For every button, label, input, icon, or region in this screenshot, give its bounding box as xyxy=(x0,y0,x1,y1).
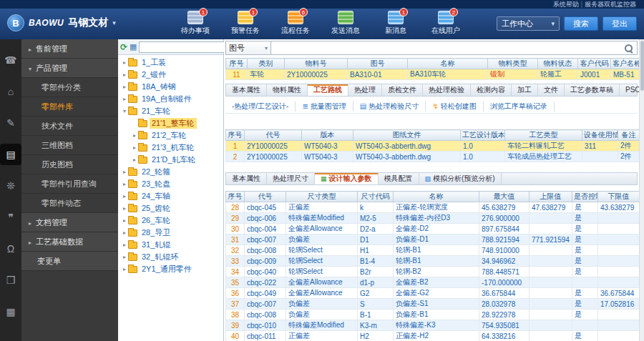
parameter-tab[interactable]: 基本属性 xyxy=(226,173,267,184)
column-header[interactable]: 版本 xyxy=(302,130,353,141)
sidebar-item[interactable]: 变更单 xyxy=(21,252,118,271)
column-header[interactable]: 备注 xyxy=(618,130,640,141)
toolbar-link[interactable]: ≣批量图管理 xyxy=(296,102,353,112)
table-row[interactable]: 36cbqc-049全偏差AllowanceG2全偏差-G236.675844是… xyxy=(226,288,640,299)
search-icon[interactable] xyxy=(625,44,633,53)
tree-node[interactable]: ▸32_轧辊环 xyxy=(118,251,223,263)
table-row[interactable]: 22Y10000025WT5040-3WT5040-3-abberth.dwg1… xyxy=(226,152,640,162)
workcenter-select[interactable]: 工作中心 ▾ xyxy=(497,16,560,31)
detail-tab[interactable]: 热处理 xyxy=(348,84,382,96)
toolbar-link[interactable]: -热处理/工艺设计- xyxy=(225,102,296,112)
tree-node[interactable]: ▸26_车轮 xyxy=(118,214,223,227)
table-row[interactable]: 35cbqc-022全偏差Allowanced1-p全偏差-B2-170.000… xyxy=(226,277,640,288)
tree-node[interactable]: ▸19A_自制锻件 xyxy=(118,93,223,105)
home-icon[interactable]: ⌂ xyxy=(0,81,21,102)
database-icon[interactable]: ▤ xyxy=(0,144,21,165)
tree-node[interactable]: ▸2Y1_通用零件 xyxy=(118,263,223,275)
header-tool[interactable]: 2在线用户 xyxy=(428,11,464,36)
column-header[interactable]: 上限值 xyxy=(530,192,572,202)
column-header[interactable]: 下限值 xyxy=(598,192,640,202)
tree-node[interactable]: ▸25_齿轮 xyxy=(118,202,223,214)
detail-tab[interactable]: 基本属性 xyxy=(226,84,267,96)
column-header[interactable]: 序号 xyxy=(226,192,245,202)
vertical-scrollbar[interactable] xyxy=(639,39,644,341)
refresh-icon[interactable]: ⟳ xyxy=(120,42,127,52)
search-button[interactable]: 搜索 xyxy=(564,16,598,31)
table-row[interactable]: 28cbqc-045正偏差k正偏差-轮辋宽度45.63827947.638279… xyxy=(226,202,640,213)
column-header[interactable]: 名称 xyxy=(408,59,488,69)
detail-tab[interactable]: 检测内容 xyxy=(471,84,512,96)
sidebar-item[interactable]: 历史图档 xyxy=(21,155,118,174)
detail-tab[interactable]: 热处理检验 xyxy=(423,84,471,96)
detail-tab[interactable]: 加工 xyxy=(512,84,538,96)
header-tool[interactable]: 1预警任务 xyxy=(228,11,263,36)
logout-button[interactable]: 登出 xyxy=(602,16,637,31)
header-tool[interactable]: 1新消息 xyxy=(378,11,414,36)
topbar-link[interactable]: 服务器双机监控器 xyxy=(585,1,636,8)
tree-search-input[interactable] xyxy=(141,43,235,51)
search-field-select[interactable]: 图号 ▾ xyxy=(225,41,271,55)
tree-node[interactable]: ▸18A_铸钢 xyxy=(118,81,223,93)
table-row[interactable]: 33cbqc-009轮辋SelectB1-4轮辋-B134.946962是 xyxy=(226,256,640,267)
table-row[interactable]: 29cbqc-006特殊偏差ModifiedM2-5特殊偏差-内径D3276.9… xyxy=(226,213,640,224)
table-row[interactable]: 30cbqc-004全偏差AllowanceD2-a全偏差-D2897.6758… xyxy=(226,224,640,234)
topbar-link[interactable]: 系统帮助 xyxy=(553,1,579,8)
scrollbar-thumb[interactable] xyxy=(640,41,644,91)
column-header[interactable]: 尺寸代码 xyxy=(358,192,394,202)
collapse-all-icon[interactable]: ▦ xyxy=(130,42,137,51)
header-tool[interactable]: 1待办事项 xyxy=(177,11,213,36)
column-header[interactable]: 物料号 xyxy=(285,59,348,69)
sidebar-item[interactable]: ▸售前管理 xyxy=(21,39,118,59)
parameter-tab[interactable]: ▦设计输入参数 xyxy=(315,173,379,184)
column-header[interactable]: 代号 xyxy=(245,130,302,141)
table-row[interactable]: 38cbqc-008负偏差B-1负偏差-B128.922978是 xyxy=(226,310,640,320)
column-header[interactable]: 工艺类型 xyxy=(505,130,582,141)
table-row[interactable]: 12Y10000025WT5040-3WT5040-3-abberth.dwg1… xyxy=(226,141,640,152)
column-header[interactable]: 序号 xyxy=(226,59,248,69)
column-header[interactable]: 客户代码 xyxy=(578,59,611,69)
tree-node[interactable]: ▸28_导卫 xyxy=(118,227,223,239)
main-search-input[interactable] xyxy=(271,41,637,54)
edit-icon[interactable]: ✎ xyxy=(0,112,21,134)
tree-node[interactable]: ▸21'D_轧车轮 xyxy=(118,154,223,166)
tree-node[interactable]: ▸22_轮箍 xyxy=(118,166,223,178)
column-header[interactable]: 序号 xyxy=(226,130,245,141)
table-row[interactable]: 31cbqc-007负偏差D1负偏差-D1788.921594771.92159… xyxy=(226,234,640,245)
column-header[interactable]: 图纸文件 xyxy=(353,130,461,141)
chat-icon[interactable]: ❞ xyxy=(0,207,21,228)
table-row[interactable]: 40cbqc-011正偏差H2正偏差-H264.338216是 xyxy=(226,331,640,341)
tree-node[interactable]: ▸31_轧辊 xyxy=(118,239,223,251)
header-tool[interactable]: 6流程任务 xyxy=(278,11,313,36)
column-header[interactable]: 类别 xyxy=(248,59,285,69)
table-row[interactable]: 11车轮2Y10000025BA310-01BA310车轮锻制轮箍工J0001M… xyxy=(226,69,640,80)
toolbar-link[interactable]: 浏览工序草稿记录 xyxy=(484,102,555,112)
tree-node[interactable]: ▸1_工装 xyxy=(118,56,223,69)
book-icon[interactable]: ❒ xyxy=(0,270,21,291)
sidebar-item[interactable]: 零部件引用查询 xyxy=(21,174,118,194)
tree-node[interactable]: ▸24_车轴 xyxy=(118,190,223,202)
sidebar-item[interactable]: 零部件动态 xyxy=(21,194,118,213)
detail-tab[interactable]: 质检文件 xyxy=(382,84,423,96)
tree-node[interactable]: ▾21_车轮 xyxy=(118,105,223,117)
sidebar-item[interactable]: 零部件分类 xyxy=(21,78,118,97)
column-header[interactable]: 是否控制 xyxy=(572,192,598,202)
column-header[interactable]: 代号 xyxy=(245,192,286,202)
column-header[interactable]: 设备使用情况 xyxy=(582,130,618,141)
header-tool[interactable]: 发送消息 xyxy=(328,11,364,36)
table-row[interactable]: 34cbqc-040轮辋SelectB2r轮辋-B2788.448571是 xyxy=(226,267,640,277)
parameter-tab[interactable]: 热处理尺寸 xyxy=(267,173,315,184)
detail-tab[interactable]: 物料属性 xyxy=(267,84,308,96)
tree-node[interactable]: ▸21'2_车轮 xyxy=(118,129,223,142)
column-header[interactable]: 尺寸类型 xyxy=(286,192,358,202)
table-row[interactable]: 32cbqc-008轮辋SelectH1轮辋-B1748.910000是 xyxy=(226,245,640,256)
table-row[interactable]: 37cbqc-007负偏差S负偏差-S128.032978是17.052816 xyxy=(226,299,640,310)
column-header[interactable]: 最大值 xyxy=(479,192,530,202)
detail-tab[interactable]: 工艺路线 xyxy=(308,84,348,96)
column-header[interactable]: 物料类型 xyxy=(488,59,538,69)
column-header[interactable]: 客户名称 xyxy=(611,59,640,69)
tree-node[interactable]: ▸21'3_机车轮 xyxy=(118,142,223,154)
table-row[interactable]: 39cbqc-010特殊偏差ModifiedK3-m特殊偏差-K3754.935… xyxy=(226,320,640,331)
sidebar-item[interactable]: 技术文件 xyxy=(21,117,118,136)
column-header[interactable]: 名称 xyxy=(394,192,479,202)
detail-tab[interactable]: 文件 xyxy=(538,84,565,96)
